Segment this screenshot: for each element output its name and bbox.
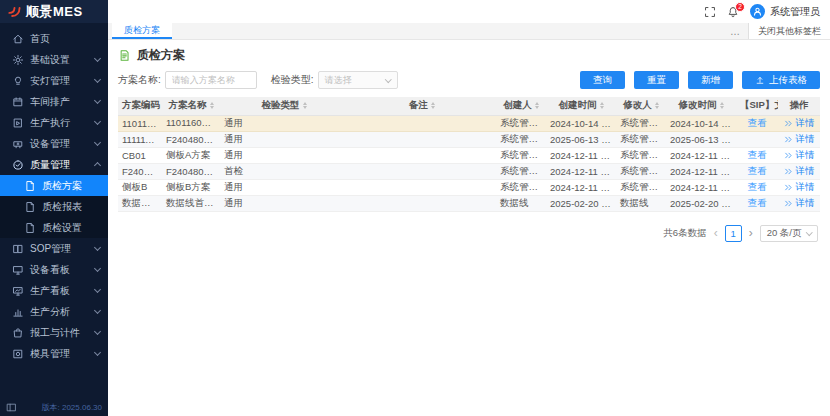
detail-link[interactable]: 详情: [784, 133, 815, 146]
detail-link[interactable]: 详情: [784, 117, 815, 130]
sort-icon: [303, 102, 307, 109]
sidebar-item-inspection-settings[interactable]: 质检设置: [0, 217, 108, 238]
production-execute-icon: [12, 117, 24, 129]
production-board-icon: [12, 285, 24, 297]
sop-icon: [12, 243, 24, 255]
piecework-icon: [12, 327, 24, 339]
sidebar-item-home[interactable]: 首页: [0, 28, 108, 49]
tab-more-button[interactable]: …: [722, 23, 748, 39]
sidebar-item-equipment-board[interactable]: 设备看板: [0, 259, 108, 280]
sidebar-item-workshop-schedule[interactable]: 车间排产: [0, 91, 108, 112]
quality-submenu: 质检方案 质检报表 质检设置: [0, 175, 108, 238]
chevron-down-icon: [385, 76, 391, 82]
detail-link[interactable]: 详情: [784, 165, 815, 178]
double-arrow-icon: [784, 119, 793, 128]
double-arrow-icon: [784, 167, 793, 176]
table-row[interactable]: 1111111111... F2404801.06.1.11111... 通用 …: [118, 131, 820, 147]
column-header-name[interactable]: 方案名称: [162, 97, 220, 115]
double-arrow-icon: [784, 199, 793, 208]
page-title-doc-icon: [118, 49, 131, 62]
sip-view-link[interactable]: 查看: [748, 197, 767, 208]
sidebar-item-production-execute[interactable]: 生产执行: [0, 112, 108, 133]
file-icon: [24, 222, 36, 234]
collapse-sidebar-icon[interactable]: [6, 402, 17, 413]
settings-icon: [12, 54, 24, 66]
chevron-down-icon: [806, 229, 812, 235]
plan-name-input[interactable]: [165, 71, 257, 89]
page-size-select[interactable]: 20 条/页: [760, 225, 818, 242]
column-header-code[interactable]: 方案编码: [118, 97, 162, 115]
filter-toolbar: 方案名称: 检验类型: 请选择 查询 重置 新增 上传表格: [118, 71, 820, 89]
detail-link[interactable]: 详情: [784, 181, 815, 194]
detail-link[interactable]: 详情: [784, 197, 815, 210]
sip-view-link[interactable]: 查看: [748, 165, 767, 176]
chevron-down-icon: [94, 265, 101, 272]
column-header-sip-file[interactable]: 【SIP】文件: [736, 97, 778, 115]
content: 质检方案 方案名称: 检验类型: 请选择 查询 重置 新增 上传表格: [108, 40, 830, 416]
table-row[interactable]: 数据线首检... 数据线首检方案 通用 数据线 2025-02-20 11:20…: [118, 195, 820, 211]
page-title: 质检方案: [137, 47, 185, 64]
topbar: 2 系统管理员: [108, 0, 830, 23]
column-header-type[interactable]: 检验类型: [220, 97, 348, 115]
file-icon: [24, 201, 36, 213]
sidebar-item-andon[interactable]: 安灯管理: [0, 70, 108, 91]
sip-view-link[interactable]: 查看: [748, 181, 767, 192]
tab-inspection-plan[interactable]: 质检方案: [112, 23, 172, 39]
prev-page-button[interactable]: ‹: [714, 227, 718, 239]
chevron-down-icon: [94, 97, 101, 104]
chevron-down-icon: [94, 349, 101, 356]
column-header-created[interactable]: 创建时间: [546, 97, 616, 115]
column-header-creator[interactable]: 创建人: [496, 97, 546, 115]
sidebar-item-quality[interactable]: 质量管理: [0, 154, 108, 175]
sidebar-item-sop[interactable]: SOP管理: [0, 238, 108, 259]
chevron-down-icon: [94, 76, 101, 83]
user-menu[interactable]: 系统管理员: [750, 4, 820, 19]
sidebar-item-inspection-plan[interactable]: 质检方案: [0, 175, 108, 196]
detail-link[interactable]: 详情: [784, 149, 815, 162]
table-row[interactable]: 1101160080... 11011600801-DI检验... 通用 系统管…: [118, 115, 820, 131]
sidebar-item-equipment[interactable]: 设备管理: [0, 133, 108, 154]
chevron-down-icon: [94, 55, 101, 62]
production-analysis-icon: [12, 306, 24, 318]
table-row[interactable]: CB01 侧板A方案 通用 系统管理员 2024-12-11 19:54:58 …: [118, 147, 820, 163]
sidebar-item-piecework[interactable]: 报工与计件: [0, 322, 108, 343]
avatar: [750, 4, 765, 19]
sidebar-item-production-board[interactable]: 生产看板: [0, 280, 108, 301]
double-arrow-icon: [784, 135, 793, 144]
sidebar-footer: 版本: 2025.06.30: [0, 398, 108, 416]
inspection-type-select[interactable]: 请选择: [318, 71, 398, 89]
notification-bell[interactable]: 2: [727, 6, 739, 18]
page-number-button[interactable]: 1: [725, 225, 742, 242]
table-row[interactable]: F2404801.06... F2404801.06.1.1 首检 系统管理员 …: [118, 163, 820, 179]
column-header-modified[interactable]: 修改时间: [666, 97, 736, 115]
double-arrow-icon: [784, 151, 793, 160]
sip-view-link[interactable]: 查看: [748, 149, 767, 160]
sidebar-item-basic-settings[interactable]: 基础设置: [0, 49, 108, 70]
chevron-down-icon: [94, 286, 101, 293]
add-button[interactable]: 新增: [688, 71, 733, 89]
sidebar: 顺景MES 首页 基础设置 安灯管理 车间排产: [0, 0, 108, 416]
sidebar-menu: 首页 基础设置 安灯管理 车间排产 生产执行: [0, 23, 108, 398]
sidebar-item-mold[interactable]: 模具管理: [0, 343, 108, 364]
sidebar-item-inspection-report[interactable]: 质检报表: [0, 196, 108, 217]
sip-view-link[interactable]: 查看: [748, 117, 767, 128]
andon-lamp-icon: [12, 75, 24, 87]
notification-badge: 2: [735, 2, 745, 12]
column-header-remark[interactable]: 备注: [348, 97, 496, 115]
upload-table-button[interactable]: 上传表格: [742, 71, 820, 89]
fullscreen-icon[interactable]: [704, 6, 716, 18]
query-button[interactable]: 查询: [580, 71, 625, 89]
equipment-icon: [12, 138, 24, 150]
chevron-down-icon: [94, 139, 101, 146]
column-header-modifier[interactable]: 修改人: [616, 97, 666, 115]
table-row[interactable]: 侧板B 侧板B方案 通用 系统管理员 2024-12-11 19:55:29 系…: [118, 179, 820, 195]
chevron-down-icon: [94, 118, 101, 125]
close-other-tabs-button[interactable]: 关闭其他标签栏: [748, 23, 830, 39]
reset-button[interactable]: 重置: [634, 71, 679, 89]
next-page-button[interactable]: ›: [749, 227, 753, 239]
app-window: 顺景MES 首页 基础设置 安灯管理 车间排产: [0, 0, 830, 416]
upload-icon: [755, 75, 765, 85]
sidebar-item-production-analysis[interactable]: 生产分析: [0, 301, 108, 322]
username-label: 系统管理员: [770, 5, 820, 19]
quality-icon: [12, 159, 24, 171]
